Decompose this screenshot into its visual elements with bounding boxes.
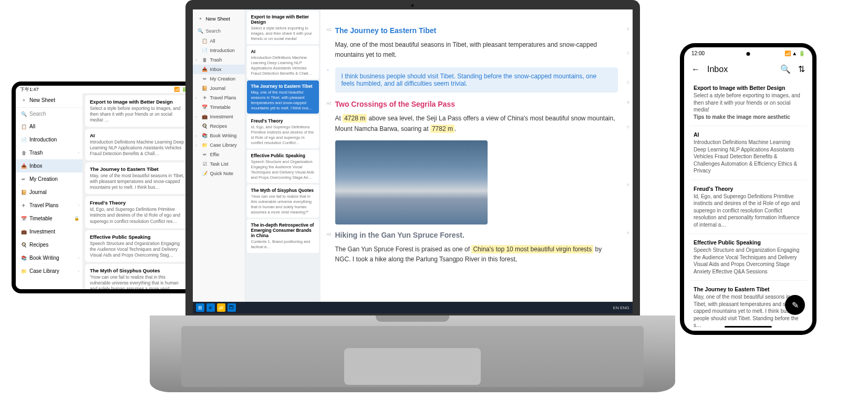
nav-icon: 📥 xyxy=(202,67,208,72)
sidebar-item-task-list[interactable]: ☑Task List xyxy=(193,159,245,169)
sidebar-item-inbox[interactable]: 📥Inbox xyxy=(193,65,245,74)
phone-note-list[interactable]: Export to Image with Better DesignSelect… xyxy=(684,79,812,331)
sidebar-item-introduction[interactable]: 📄Introduction xyxy=(16,133,82,146)
sidebar-item-timetable[interactable]: 📅Timetable xyxy=(193,103,245,112)
doc-image[interactable] xyxy=(335,140,488,225)
sidebar-item-book-writing[interactable]: 📚Book Writing› xyxy=(16,251,82,264)
sidebar-item-travel-plans[interactable]: ✈Travel Plans› xyxy=(16,199,82,212)
nav-icon: 🗑 xyxy=(21,150,26,156)
sidebar-item-quick-note[interactable]: 📝Quick Note xyxy=(193,169,245,178)
note-preview: Introduction Definitions Machine Learnin… xyxy=(251,55,315,76)
sort-icon[interactable]: ⇅ xyxy=(798,64,805,74)
note-preview: Speech Structure and Organization Engagi… xyxy=(251,159,315,180)
sidebar-item-case-library[interactable]: ›📁Case Library xyxy=(193,140,245,150)
note-title: Freud's Theory xyxy=(694,186,803,192)
nav-icon: 📝 xyxy=(202,171,208,176)
note-card[interactable]: Freud's TheoryId, Ego, and Superego Defi… xyxy=(689,180,807,234)
note-title: Export to Image with Better Design xyxy=(251,14,315,25)
sidebar-item-trash[interactable]: ›🗑Trash xyxy=(193,55,245,65)
windows-taskbar[interactable]: ⊞ e 📁 🗔 EN ENG xyxy=(193,302,633,313)
note-title: AI xyxy=(251,49,315,54)
chevron-right-icon: › xyxy=(78,269,79,273)
chevron-right-icon: › xyxy=(196,134,197,138)
heading-marker: H2 xyxy=(327,101,332,105)
note-preview: Id, Ego, and Superego Definitions Primit… xyxy=(251,125,315,145)
home-indicator[interactable] xyxy=(725,326,772,328)
sidebar-item-inbox[interactable]: 📥Inbox xyxy=(16,159,82,172)
edge-icon[interactable]: e xyxy=(206,303,215,312)
doc-paragraph: May, one of the most beautiful seasons i… xyxy=(335,40,618,60)
note-card[interactable]: Freud's TheoryId, Ego, and Superego Defi… xyxy=(247,115,319,148)
phone-time: 12:00 xyxy=(691,50,705,56)
windows-start-icon[interactable]: ⊞ xyxy=(196,303,204,312)
note-preview: Introduction Definitions Machine Learnin… xyxy=(694,139,803,175)
note-preview: "How can one fail to realize that in thi… xyxy=(251,194,315,215)
note-card[interactable]: Export to Image with Better DesignSelect… xyxy=(689,79,807,126)
note-card[interactable]: Effective Public SpeakingSpeech Structur… xyxy=(689,234,807,281)
nav-icon: ✏ xyxy=(202,152,208,157)
sidebar-item-timetable[interactable]: 📅Timetable🔒 xyxy=(16,212,82,225)
taskbar-tray[interactable]: EN ENG xyxy=(613,305,629,310)
note-title: The In-depth Retrospective of Emerging C… xyxy=(251,222,315,238)
sidebar-item-my-creation[interactable]: ✏My Creation xyxy=(16,172,82,186)
doc-quote[interactable]: ❝ I think business people should visit T… xyxy=(335,67,618,93)
sidebar-item-all[interactable]: 📋All xyxy=(193,36,245,46)
new-sheet-button[interactable]: ＋ New Sheet xyxy=(193,12,245,26)
sidebar-item-trash[interactable]: 🗑Trash› xyxy=(16,146,82,159)
chevron-right-icon: › xyxy=(196,144,197,147)
note-card[interactable]: The In-depth Retrospective of Emerging C… xyxy=(247,219,319,253)
laptop-note-list[interactable]: Export to Image with Better DesignSelect… xyxy=(245,9,321,313)
sidebar-item-journal[interactable]: 📔Journal xyxy=(16,186,82,199)
sidebar-item-recipes[interactable]: 🍳Recipes xyxy=(16,238,82,251)
note-card[interactable]: The Myth of Sisyphus Quotes"How can one … xyxy=(247,185,319,218)
nav-icon: 🗑 xyxy=(202,57,208,63)
search-input[interactable]: 🔍 Search xyxy=(16,108,82,120)
sidebar-item-effie[interactable]: ✏Effie xyxy=(193,150,245,159)
sidebar-item-case-library[interactable]: 📁Case Library› xyxy=(16,264,82,278)
note-preview: May, one of the most beautiful seasons i… xyxy=(251,90,315,110)
doc-paragraph: At 4728 m above sea level, the Seji La P… xyxy=(335,114,618,134)
sidebar-item-investment[interactable]: 💼Investment xyxy=(16,225,82,238)
nav-icon: 🍳 xyxy=(202,124,208,129)
nav-icon: 📅 xyxy=(21,216,26,221)
note-card[interactable]: Effective Public SpeakingSpeech Structur… xyxy=(247,150,319,183)
note-card[interactable]: AIIntroduction Definitions Machine Learn… xyxy=(247,46,319,79)
document-editor[interactable]: H1 The Journey to Eastern Tibet 1 May, o… xyxy=(321,9,633,313)
chevron-right-icon: › xyxy=(78,203,79,208)
search-input[interactable]: 🔍 Search xyxy=(193,26,245,36)
new-sheet-button[interactable]: ＋ New Sheet xyxy=(16,93,82,108)
nav-icon: 📁 xyxy=(21,269,26,274)
sidebar-item-all[interactable]: 📋All xyxy=(16,120,82,133)
note-card[interactable]: AIIntroduction Definitions Machine Learn… xyxy=(689,126,807,180)
compose-fab[interactable]: ✎ xyxy=(785,295,805,315)
nav-icon: ✈ xyxy=(21,203,26,208)
chevron-right-icon: › xyxy=(196,96,197,100)
camera-icon xyxy=(747,52,750,56)
nav-icon: ✏ xyxy=(21,177,26,182)
explorer-icon[interactable]: 📁 xyxy=(217,303,225,312)
back-icon[interactable]: ← xyxy=(691,65,700,74)
sidebar-item-travel-plans[interactable]: ›✈Travel Plans xyxy=(193,93,245,103)
sidebar-item-introduction[interactable]: 📄Introduction xyxy=(193,46,245,55)
note-card[interactable]: The Journey to Eastern TibetMay, one of … xyxy=(247,80,319,114)
search-icon: 🔍 xyxy=(198,28,203,34)
sidebar-item-recipes[interactable]: 🍳Recipes xyxy=(193,121,245,131)
search-icon[interactable]: 🔍 xyxy=(780,64,791,74)
sidebar-item-journal[interactable]: 📔Journal xyxy=(193,84,245,93)
sidebar-item-investment[interactable]: ›💼Investment xyxy=(193,112,245,121)
sidebar-item-my-creation[interactable]: ✏My Creation xyxy=(193,74,245,84)
laptop-screen: ＋ New Sheet 🔍 Search 📋All📄Introduction›🗑… xyxy=(193,9,633,313)
nav-icon: ☑ xyxy=(202,161,208,167)
sidebar-item-book-writing[interactable]: ›📚Book Writing xyxy=(193,131,245,140)
nav-icon: 📋 xyxy=(202,38,208,44)
plus-icon: ＋ xyxy=(21,98,26,103)
phone-header: ← Inbox 🔍 ⇅ xyxy=(684,59,812,79)
nav-icon: 📚 xyxy=(202,133,208,138)
chevron-right-icon: › xyxy=(196,115,197,119)
nav-icon: 💼 xyxy=(21,229,26,234)
note-title: The Journey to Eastern Tibet xyxy=(694,286,803,292)
app-icon[interactable]: 🗔 xyxy=(228,303,236,312)
lock-icon: 🔒 xyxy=(74,216,79,221)
note-card[interactable]: Export to Image with Better DesignSelect… xyxy=(247,11,319,44)
highlight: 4728 m xyxy=(343,114,367,123)
